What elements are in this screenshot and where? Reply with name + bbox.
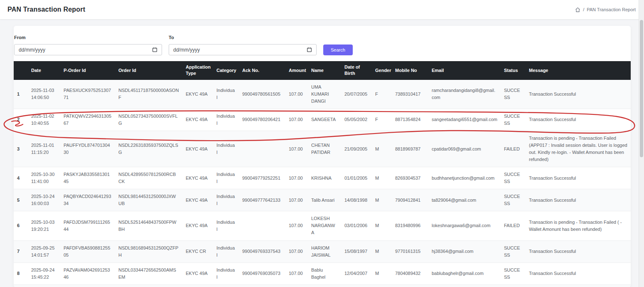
column-header: Category bbox=[213, 61, 239, 80]
cell-amount: 107.00 bbox=[285, 131, 308, 167]
cell-p-order-id: PAESXUCK97525130771 bbox=[60, 80, 115, 109]
breadcrumb-current: PAN Transaction Report bbox=[587, 7, 636, 12]
column-header: Gender bbox=[372, 61, 392, 80]
breadcrumb: / PAN Transaction Report bbox=[575, 7, 636, 12]
table-row: 92025-09-23 15:01:11PAQKQCPA37722125168N… bbox=[14, 285, 631, 287]
cell-gender: M bbox=[372, 131, 392, 167]
cell-category: Individual bbox=[213, 285, 239, 287]
cell-name: Talib Ansari bbox=[308, 189, 341, 211]
cell-order-id: NSDL45117187500000ASONF bbox=[115, 80, 182, 109]
cell-message: Transaction Successful bbox=[526, 80, 631, 109]
cell-p-order-id: PAZVAVAM04269125346 bbox=[60, 262, 115, 285]
cell-mobile-no: 8871354824 bbox=[392, 109, 428, 131]
cell-email: budhhanetjunction@gmail.com bbox=[428, 167, 501, 189]
column-header: Amount bbox=[285, 61, 308, 80]
search-button[interactable]: Search bbox=[323, 45, 353, 55]
breadcrumb-separator: / bbox=[583, 7, 584, 12]
cell-gender: F bbox=[372, 80, 392, 109]
scrollbar-thumb[interactable] bbox=[640, 20, 643, 157]
cell-ack-no: 990049777642133 bbox=[239, 189, 285, 211]
vertical-scrollbar[interactable] bbox=[639, 0, 644, 287]
cell-order-id: NSDL98168945312500QZFPH bbox=[115, 240, 182, 262]
cell-email: hj38364@gmail.com bbox=[428, 240, 501, 262]
cell-mobile-no: 9770161315 bbox=[392, 240, 428, 262]
cell-p-order-id: PASKYJAB33558130145 bbox=[60, 167, 115, 189]
cell-amount: 107.00 bbox=[285, 211, 308, 240]
table-body: 12025-11-03 14:06:50PAESXUCK97525130771N… bbox=[14, 80, 631, 287]
cell-dob: 05/05/2002 bbox=[341, 109, 372, 131]
calendar-icon[interactable] bbox=[307, 47, 312, 52]
cell-date: 2025-09-23 15:01:11 bbox=[28, 285, 60, 287]
cell-name: SANGEETA bbox=[308, 109, 341, 131]
table-row: 82025-09-24 15:45:22PAZVAVAM04269125346N… bbox=[14, 262, 631, 285]
cell-category: Individual bbox=[213, 167, 239, 189]
cell-date: 2025-09-24 15:45:22 bbox=[28, 262, 60, 285]
cell-date: 2025-10-03 19:20:21 bbox=[28, 211, 60, 240]
column-header: Date bbox=[28, 61, 60, 80]
cell-name: JYOTI PAWAR bbox=[308, 285, 341, 287]
cell-ack-no: 990049780561505 bbox=[239, 80, 285, 109]
column-header: P-Order Id bbox=[60, 61, 115, 80]
cell-status: SUCCESS bbox=[501, 285, 526, 287]
cell-idx: 5 bbox=[14, 189, 28, 211]
cell-gender: M bbox=[372, 240, 392, 262]
cell-idx: 6 bbox=[14, 211, 28, 240]
cell-dob: 01/01/2005 bbox=[341, 167, 372, 189]
cell-application-type: EKYC 49A bbox=[182, 262, 213, 285]
cell-category: Individual bbox=[213, 211, 239, 240]
cell-application-type: EKYC 49A bbox=[182, 109, 213, 131]
cell-category: Individual bbox=[213, 240, 239, 262]
cell-name: LOKESH NARGANWA bbox=[308, 211, 341, 240]
cell-ack-no: 990049768624943 bbox=[239, 285, 285, 287]
cell-gender: M bbox=[372, 211, 392, 240]
calendar-icon[interactable] bbox=[152, 47, 157, 52]
cell-application-type: EKYC 49A bbox=[182, 189, 213, 211]
cell-idx: 3 bbox=[14, 131, 28, 167]
cell-idx: 9 bbox=[14, 285, 28, 287]
cell-gender: M bbox=[372, 262, 392, 285]
column-header: Application Type bbox=[182, 61, 213, 80]
cell-order-id: NSDL98144531250000JXWUB bbox=[115, 189, 182, 211]
cell-dob: 15/08/1997 bbox=[341, 240, 372, 262]
cell-status: SUCCESS bbox=[501, 240, 526, 262]
cell-category: Individual bbox=[213, 80, 239, 109]
cell-mobile-no: 7909412841 bbox=[392, 189, 428, 211]
table-row: 32025-11-01 11:15:20PAUFFYDL87470130430N… bbox=[14, 131, 631, 167]
cell-gender: F bbox=[372, 285, 392, 287]
home-icon[interactable] bbox=[575, 7, 580, 12]
cell-mobile-no: 8269304537 bbox=[392, 167, 428, 189]
cell-category: Individual bbox=[213, 189, 239, 211]
table-row: 72025-09-25 14:01:57PAFDFVBA59088125505N… bbox=[14, 240, 631, 262]
cell-message: Transaction Successful bbox=[526, 167, 631, 189]
cell-date: 2025-11-01 11:15:20 bbox=[28, 131, 60, 167]
cell-message: Transaction Successful bbox=[526, 285, 631, 287]
cell-amount: 107.00 bbox=[285, 167, 308, 189]
cell-amount: 107.00 bbox=[285, 240, 308, 262]
cell-ack-no: 990049779252251 bbox=[239, 167, 285, 189]
cell-idx: 8 bbox=[14, 262, 28, 285]
page-title: PAN Transaction Report bbox=[7, 6, 85, 13]
cell-ack-no: 990049769337543 bbox=[239, 240, 285, 262]
column-header: Message bbox=[526, 61, 631, 80]
cell-ack-no: 990049769035073 bbox=[239, 262, 285, 285]
cell-application-type: EKYC 49A bbox=[182, 131, 213, 167]
cell-dob: 03/01/2006 bbox=[341, 211, 372, 240]
cell-amount: 107.00 bbox=[285, 189, 308, 211]
to-date-input[interactable]: dd/mm/yyyy bbox=[169, 44, 317, 55]
filter-bar: From dd/mm/yyyy To dd/mm/yyyy bbox=[14, 26, 631, 61]
cell-order-id: NSDL22631835937500ZQLSG bbox=[115, 131, 182, 167]
cell-order-id: NSDL52514648437500FPWBH bbox=[115, 211, 182, 240]
cell-application-type: EKYC CR bbox=[182, 240, 213, 262]
cell-name: CHETAN PATIDAR bbox=[308, 131, 341, 167]
cell-idx: 7 bbox=[14, 240, 28, 262]
from-date-group: From dd/mm/yyyy bbox=[14, 35, 162, 55]
topbar: PAN Transaction Report / PAN Transaction… bbox=[0, 0, 644, 19]
cell-email: sangeetadangi6551@gmail.com bbox=[428, 109, 501, 131]
from-date-input[interactable]: dd/mm/yyyy bbox=[14, 44, 162, 55]
cell-ack-no bbox=[239, 131, 285, 167]
cell-date: 2025-11-03 14:06:50 bbox=[28, 80, 60, 109]
table-header-row: DateP-Order IdOrder IdApplication TypeCa… bbox=[14, 61, 631, 80]
cell-order-id: NSDL03344726562500AMSEM bbox=[115, 262, 182, 285]
to-date-placeholder: dd/mm/yyyy bbox=[173, 47, 200, 53]
cell-email: cpatidar069@gmail.com bbox=[428, 131, 501, 167]
